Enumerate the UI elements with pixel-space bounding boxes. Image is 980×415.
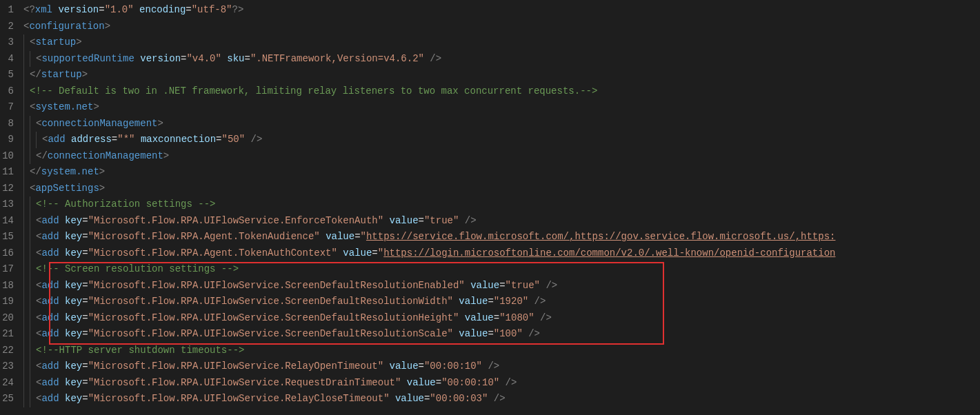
- token-str: "utf-8": [192, 4, 232, 15]
- token-plain: [66, 134, 71, 145]
- code-line[interactable]: <add key="Microsoft.Flow.RPA.UIFlowServi…: [23, 326, 980, 343]
- line-number: 23: [0, 358, 14, 375]
- token-tag-br: />: [465, 215, 477, 226]
- token-str: "00:00:03": [430, 393, 488, 404]
- code-line[interactable]: <add key="Microsoft.Flow.RPA.UIFlowServi…: [23, 294, 980, 310]
- token-str: "1.0": [105, 4, 134, 15]
- code-line[interactable]: <?xml version="1.0" encoding="utf-8"?>: [23, 2, 980, 19]
- code-line[interactable]: <system.net>: [23, 99, 980, 116]
- token-op: =: [372, 247, 377, 259]
- token-op: =: [419, 361, 424, 372]
- token-tag-br: >: [163, 150, 169, 161]
- code-line[interactable]: <configuration>: [23, 19, 980, 35]
- token-op: =: [419, 215, 424, 226]
- token-op: =: [216, 134, 221, 145]
- line-number: 12: [0, 181, 14, 197]
- token-op: =: [82, 361, 88, 372]
- token-str: "00:00:10": [424, 361, 482, 372]
- token-str: "1920": [494, 296, 528, 307]
- token-tag: add: [41, 231, 59, 242]
- token-attr: value: [459, 296, 488, 307]
- line-number: 2: [0, 19, 14, 35]
- code-line[interactable]: <add key="Microsoft.Flow.RPA.UIFlowServi…: [23, 213, 980, 230]
- token-tag: add: [41, 312, 59, 323]
- code-line[interactable]: <add address="*" maxconnection="50" />: [23, 132, 980, 148]
- code-line[interactable]: <add key="Microsoft.Flow.RPA.Agent.Token…: [23, 229, 980, 245]
- line-number: 9: [0, 132, 14, 148]
- token-op: =: [488, 328, 493, 339]
- token-op: =: [82, 231, 88, 242]
- token-tag: add: [41, 377, 59, 388]
- code-line[interactable]: <add key="Microsoft.Flow.RPA.UIFlowServi…: [23, 310, 980, 327]
- token-plain: [245, 134, 250, 145]
- token-op: =: [82, 393, 88, 404]
- line-number: 7: [0, 99, 14, 116]
- token-tag-br: />: [251, 134, 263, 145]
- code-line[interactable]: </system.net>: [23, 164, 980, 181]
- token-attr: version: [140, 53, 181, 64]
- token-attr: value: [470, 280, 499, 291]
- code-line[interactable]: <!--HTTP server shutdown timeouts-->: [23, 343, 980, 359]
- token-op: =: [112, 134, 117, 145]
- code-line[interactable]: </startup>: [23, 67, 980, 83]
- token-tag: add: [48, 134, 65, 145]
- token-attr: key: [65, 247, 82, 259]
- code-line[interactable]: <add key="Microsoft.Flow.RPA.Agent.Token…: [23, 245, 980, 262]
- code-line[interactable]: <!-- Screen resolution settings -->: [23, 261, 980, 278]
- token-plain: [59, 231, 65, 242]
- token-plain: [528, 296, 534, 307]
- token-str: "00:00:10": [441, 377, 499, 388]
- token-tag-br: >: [105, 21, 110, 32]
- token-attr: encoding: [139, 4, 186, 15]
- token-op: =: [82, 312, 88, 323]
- token-attr: value: [395, 393, 424, 404]
- code-line[interactable]: </connectionManagement>: [23, 148, 980, 165]
- code-line[interactable]: <add key="Microsoft.Flow.RPA.UIFlowServi…: [23, 375, 980, 392]
- token-pi: ?>: [232, 4, 244, 15]
- code-line[interactable]: <add key="Microsoft.Flow.RPA.UIFlowServi…: [23, 278, 980, 294]
- token-op: =: [82, 247, 88, 259]
- line-number: 10: [0, 148, 14, 165]
- token-tag-br: >: [93, 101, 99, 112]
- code-line[interactable]: <supportedRuntime version="v4.0" sku=".N…: [23, 51, 980, 68]
- token-tag-br: </: [36, 150, 48, 161]
- code-line[interactable]: <add key="Microsoft.Flow.RPA.UIFlowServi…: [23, 358, 980, 375]
- code-line[interactable]: <!-- Authorization settings -->: [23, 196, 980, 213]
- token-attr: sku: [227, 53, 244, 64]
- token-plain: [59, 377, 65, 388]
- token-attr: value: [326, 231, 354, 242]
- token-tag: connectionManagement: [48, 150, 163, 161]
- code-line[interactable]: <!-- Default is two in .NET framework, l…: [23, 83, 980, 100]
- token-tag-br: >: [99, 183, 105, 194]
- token-str: "Microsoft.Flow.RPA.UIFlowService.Enforc…: [88, 215, 383, 226]
- token-op: =: [82, 296, 88, 307]
- token-plain: [320, 231, 326, 242]
- token-tag-br: />: [506, 377, 517, 388]
- code-editor[interactable]: 1234567891011121314151617181920212223242…: [0, 0, 980, 407]
- token-attr: value: [390, 361, 419, 372]
- line-number: 1: [0, 2, 14, 19]
- token-attr: key: [65, 231, 82, 242]
- line-number: 15: [0, 229, 14, 245]
- code-line[interactable]: <add key="Microsoft.Flow.RPA.UIFlowServi…: [23, 391, 980, 407]
- token-str: "v4.0": [186, 53, 221, 64]
- token-str: "true": [506, 280, 540, 291]
- token-tag-br: >: [82, 69, 88, 80]
- token-str: ": [361, 231, 366, 242]
- line-number: 8: [0, 116, 14, 132]
- token-str: "1080": [499, 312, 534, 323]
- token-plain: [459, 215, 464, 226]
- code-line[interactable]: <startup>: [23, 34, 980, 51]
- token-tag: add: [41, 361, 59, 372]
- code-content[interactable]: <?xml version="1.0" encoding="utf-8"?><c…: [23, 2, 980, 407]
- line-number: 24: [0, 375, 14, 392]
- token-cmt: <!-- Screen resolution settings -->: [36, 263, 239, 274]
- token-plain: [523, 328, 528, 339]
- code-line[interactable]: <appSettings>: [23, 181, 980, 197]
- token-tag: add: [41, 215, 59, 226]
- token-plain: [59, 280, 65, 291]
- token-tag: add: [41, 296, 59, 307]
- code-line[interactable]: <connectionManagement>: [23, 116, 980, 132]
- token-attr: key: [65, 377, 82, 388]
- token-op: =: [436, 377, 441, 388]
